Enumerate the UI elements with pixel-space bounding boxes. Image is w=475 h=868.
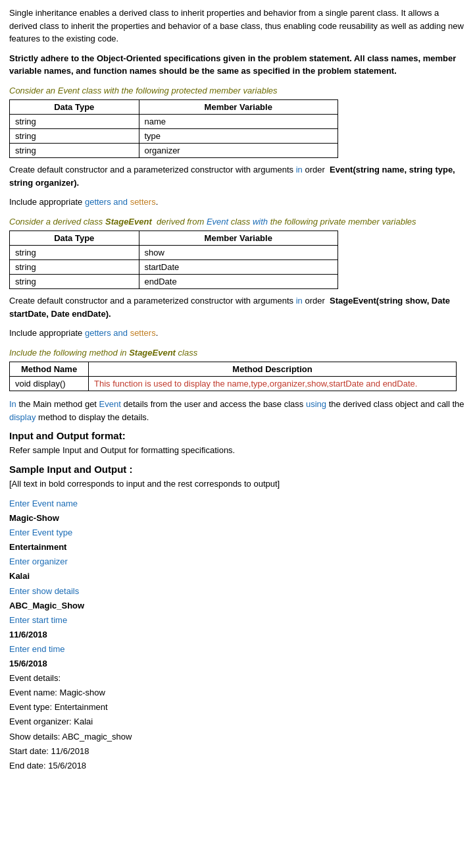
table-cell: string: [10, 260, 139, 275]
stage-table-header-row: Data Type Member Variable: [10, 231, 338, 246]
table-cell: string: [10, 129, 139, 144]
table-cell: type: [139, 129, 338, 144]
stage-getters-section: Include appropriate getters and setters.: [9, 327, 466, 340]
sample-line: Enter Event type: [9, 526, 466, 540]
io-section: Input and Output format: Refer sample In…: [9, 430, 466, 457]
stage-getters-text: Include appropriate getters and setters.: [9, 327, 466, 340]
table-row: stringstartDate: [10, 260, 338, 275]
event-table-header-row: Data Type Member Variable: [10, 100, 338, 115]
sample-line: End date: 15/6/2018: [9, 759, 466, 773]
table-row: stringshow: [10, 246, 338, 260]
stage-event-section: Consider a derived class StageEvent deri…: [9, 215, 466, 321]
sample-line: Entertainment: [9, 540, 466, 555]
table-cell: endDate: [139, 275, 338, 289]
table-cell: string: [10, 115, 139, 129]
stage-constructor-text: Create default constructor and a paramet…: [9, 294, 466, 320]
sample-line: Enter Event name: [9, 497, 466, 511]
table-cell: string: [10, 144, 139, 158]
io-heading: Input and Output format:: [9, 430, 466, 441]
sample-line: ABC_Magic_Show: [9, 599, 466, 613]
event-col-datatype: Data Type: [10, 100, 139, 115]
stage-event-label: Consider a derived class StageEvent deri…: [9, 215, 466, 229]
event-class-table: Data Type Member Variable stringnamestri…: [9, 99, 338, 158]
sample-heading: Sample Input and Output :: [9, 464, 466, 475]
event-class-section: Consider an Event class with the followi…: [9, 84, 466, 209]
io-text: Refer sample Input and Output for format…: [9, 444, 466, 457]
method-col-desc: Method Description: [89, 362, 457, 377]
method-name-cell: void display(): [10, 377, 89, 391]
main-method-section: In the Main method get Event details fro…: [9, 398, 466, 423]
table-cell: organizer: [139, 144, 338, 158]
table-cell: show: [139, 246, 338, 260]
intro-p2-text: Strictly adhere to the Object-Oriented s…: [9, 53, 456, 76]
table-cell: string: [10, 246, 139, 260]
table-row: stringorganizer: [10, 144, 338, 158]
sample-line: Event organizer: Kalai: [9, 715, 466, 729]
event-constructor-text: Create default constructor and a paramet…: [9, 163, 466, 189]
table-row: stringendDate: [10, 275, 338, 289]
sample-line: Event details:: [9, 671, 466, 686]
method-row: void display() This function is used to …: [10, 377, 457, 391]
intro-paragraph2: Strictly adhere to the Object-Oriented s…: [9, 52, 466, 78]
table-cell: string: [10, 275, 139, 289]
table-row: stringname: [10, 115, 338, 129]
stage-col-membervar: Member Variable: [139, 231, 338, 246]
stage-col-datatype: Data Type: [10, 231, 139, 246]
method-desc-cell: This function is used to display the nam…: [89, 377, 457, 391]
sample-line: Enter end time: [9, 642, 466, 657]
intro-paragraph1: Single inheritance enables a derived cla…: [9, 7, 466, 45]
sample-section: Sample Input and Output : [All text in b…: [9, 464, 466, 773]
sample-line: Kalai: [9, 569, 466, 583]
table-cell: name: [139, 115, 338, 129]
event-col-membervar: Member Variable: [139, 100, 338, 115]
sample-line: Start date: 11/6/2018: [9, 744, 466, 759]
sample-line: Enter start time: [9, 613, 466, 628]
method-col-name: Method Name: [10, 362, 89, 377]
method-label: Include the following method in StageEve…: [9, 346, 466, 360]
sample-line: Enter organizer: [9, 555, 466, 569]
stage-event-table: Data Type Member Variable stringshowstri…: [9, 231, 338, 289]
sample-line: Enter show details: [9, 584, 466, 599]
intro-section: Single inheritance enables a derived cla…: [9, 7, 466, 78]
sample-note: [All text in bold corresponds to input a…: [9, 477, 466, 491]
table-row: stringtype: [10, 129, 338, 144]
main-method-text: In the Main method get Event details fro…: [9, 398, 466, 423]
sample-line: 11/6/2018: [9, 628, 466, 642]
sample-line: Show details: ABC_magic_show: [9, 730, 466, 744]
event-getters-text: Include appropriate getters and setters.: [9, 196, 466, 209]
sample-line: 15/6/2018: [9, 657, 466, 671]
table-cell: startDate: [139, 260, 338, 275]
sample-line: Magic-Show: [9, 511, 466, 526]
sample-line: Event name: Magic-show: [9, 686, 466, 700]
sample-line: Event type: Entertainment: [9, 700, 466, 715]
event-class-label: Consider an Event class with the followi…: [9, 84, 466, 97]
method-table: Method Name Method Description void disp…: [9, 362, 457, 391]
method-header-row: Method Name Method Description: [10, 362, 457, 377]
method-section: Include the following method in StageEve…: [9, 346, 466, 392]
sample-lines-container: Enter Event nameMagic-ShowEnter Event ty…: [9, 497, 466, 773]
